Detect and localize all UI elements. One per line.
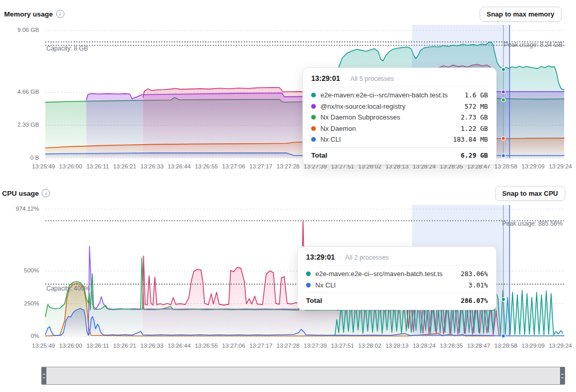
tooltip-row: e2e-maven:e2e-ci--src/maven-batch.test.t… bbox=[311, 90, 488, 101]
x-tick-label: 13:29:09 bbox=[521, 343, 545, 349]
hover-dot-icon bbox=[501, 67, 505, 71]
process-value: 183.84 MB bbox=[453, 135, 488, 143]
process-name: e2e-maven:e2e-ci--src/maven-batch.test.t… bbox=[320, 91, 460, 99]
x-tick-label: 13:26:33 bbox=[141, 163, 164, 169]
process-name: @nx/nx-source:local-registry bbox=[320, 103, 460, 110]
x-tick-label: 13:26:00 bbox=[59, 163, 82, 169]
process-name: Nx CLI bbox=[315, 281, 464, 289]
tooltip-row: Nx Daemon1.22 GB bbox=[311, 123, 488, 134]
y-tick-label: 4.66 GB bbox=[0, 89, 39, 95]
x-tick-label: 13:28:35 bbox=[440, 343, 463, 349]
tooltip-subtitle: All 2 processes bbox=[345, 254, 389, 261]
brush-right-handle-icon[interactable] bbox=[560, 367, 565, 384]
series-color-dot-icon bbox=[311, 104, 316, 109]
x-tick-label: 13:28:58 bbox=[495, 163, 518, 169]
y-tick-label: 2.33 GB bbox=[0, 122, 39, 128]
x-tick-label: 13:26:11 bbox=[87, 163, 109, 169]
x-tick-label: 13:28:02 bbox=[358, 343, 381, 349]
memory-peak-annotation: Peak usage: 8.24 GB bbox=[504, 41, 563, 48]
x-tick-label: 13:27:17 bbox=[249, 163, 273, 169]
series-color-dot-icon bbox=[306, 271, 311, 276]
total-label: Total bbox=[306, 297, 322, 304]
memory-section-title: Memory usage i bbox=[4, 10, 64, 18]
x-tick-label: 13:28:47 bbox=[467, 343, 490, 349]
cpu-peak-annotation: Peak usage: 885.56% bbox=[502, 220, 563, 227]
tooltip-time: 13:29:01 bbox=[306, 253, 335, 261]
process-value: 3.01% bbox=[468, 281, 488, 289]
x-tick-label: 13:28:58 bbox=[495, 343, 518, 349]
x-tick-label: 13:26:55 bbox=[195, 343, 218, 349]
y-tick-label: 0 B bbox=[0, 155, 39, 161]
process-name: e2e-maven:e2e-ci--src/maven-batch.test.t… bbox=[315, 270, 456, 278]
x-tick-label: 13:26:55 bbox=[195, 163, 218, 169]
x-tick-label: 13:29:09 bbox=[521, 163, 545, 169]
y-tick-label: 250% bbox=[0, 300, 39, 306]
total-label: Total bbox=[311, 151, 327, 159]
x-tick-label: 13:27:39 bbox=[304, 343, 327, 349]
x-tick-label: 13:26:11 bbox=[87, 343, 109, 349]
memory-tooltip-rows: e2e-maven:e2e-ci--src/maven-batch.test.t… bbox=[311, 87, 488, 145]
cpu-title-label: CPU usage bbox=[2, 190, 39, 197]
process-name: Nx Daemon bbox=[320, 125, 456, 132]
cpu-tooltip-header: 13:29:01 · All 2 processes bbox=[306, 251, 488, 266]
cpu-tooltip-rows: e2e-maven:e2e-ci--src/maven-batch.test.t… bbox=[306, 266, 488, 291]
cpu-section-title: CPU usage i bbox=[2, 189, 50, 197]
tooltip-time: 13:29:01 bbox=[311, 74, 340, 82]
x-tick-label: 13:27:28 bbox=[277, 343, 300, 349]
process-value: 572 MB bbox=[465, 103, 488, 110]
series-color-dot-icon bbox=[311, 115, 316, 120]
x-tick-label: 13:26:21 bbox=[113, 163, 137, 169]
x-tick-label: 13:27:28 bbox=[277, 163, 300, 169]
process-name: Nx CLI bbox=[320, 135, 448, 143]
process-value: 1.22 GB bbox=[461, 125, 488, 132]
tooltip-row: Nx CLI3.01% bbox=[306, 280, 488, 291]
y-tick-label: 500% bbox=[0, 267, 39, 274]
x-tick-label: 13:27:17 bbox=[249, 343, 273, 349]
cpu-tooltip: 13:29:01 · All 2 processes e2e-maven:e2e… bbox=[297, 246, 497, 310]
brush-left-handle-icon[interactable] bbox=[42, 367, 46, 384]
x-tick-label: 13:26:21 bbox=[113, 343, 137, 349]
x-tick-label: 13:26:44 bbox=[167, 343, 191, 349]
tooltip-row: Nx CLI183.84 MB bbox=[311, 134, 488, 145]
series-color-dot-icon bbox=[306, 283, 311, 287]
charts-canvas[interactable] bbox=[0, 0, 576, 392]
tooltip-subtitle: All 5 processes bbox=[350, 75, 394, 82]
hover-dot-icon bbox=[501, 98, 505, 101]
memory-tooltip-total: Total 6.29 GB bbox=[311, 147, 488, 159]
x-tick-label: 13:29:24 bbox=[549, 343, 572, 349]
y-tick-label: 0% bbox=[0, 333, 39, 339]
memory-tooltip-header: 13:29:01 · All 5 processes bbox=[311, 72, 488, 87]
x-tick-label: 13:28:24 bbox=[413, 343, 436, 349]
cpu-x-axis: 13:25:4913:26:0013:26:1113:26:2113:26:33… bbox=[32, 343, 572, 349]
snap-to-max-memory-button[interactable]: Snap to max memory bbox=[480, 7, 562, 22]
hover-dot-icon bbox=[501, 298, 505, 301]
cpu-capacity-annotation: Capacity: 400% bbox=[46, 285, 90, 292]
process-value: 1.6 GB bbox=[465, 91, 488, 99]
x-tick-label: 13:26:44 bbox=[167, 163, 191, 169]
y-tick-label: 974.12% bbox=[0, 206, 39, 212]
memory-capacity-annotation: Capacity: 8 GB bbox=[46, 45, 88, 52]
tooltip-row: Nx Daemon Subprocesses2.73 GB bbox=[311, 112, 488, 123]
info-icon[interactable]: i bbox=[42, 189, 50, 197]
x-tick-label: 13:29:24 bbox=[549, 163, 572, 169]
cpu-tooltip-total: Total 286.07% bbox=[306, 293, 488, 304]
y-tick-label: 9.06 GB bbox=[0, 27, 39, 33]
x-tick-label: 13:25:49 bbox=[32, 163, 55, 169]
time-range-brush[interactable] bbox=[41, 367, 565, 385]
series-color-dot-icon bbox=[311, 93, 316, 97]
memory-tooltip: 13:29:01 · All 5 processes e2e-maven:e2e… bbox=[302, 67, 497, 165]
x-tick-label: 13:25:49 bbox=[32, 343, 55, 349]
snap-to-max-cpu-button[interactable]: Snap to max CPU bbox=[495, 186, 565, 201]
series-color-dot-icon bbox=[311, 137, 316, 142]
x-tick-label: 13:27:51 bbox=[331, 343, 354, 349]
tooltip-row: @nx/nx-source:local-registry572 MB bbox=[311, 101, 488, 112]
task-profiler-page: { "memory": { "title": "Memory usage", "… bbox=[0, 0, 576, 392]
x-tick-label: 13:26:33 bbox=[141, 343, 164, 349]
process-name: Nx Daemon Subprocesses bbox=[320, 113, 456, 121]
dot-separator: · bbox=[339, 254, 341, 261]
total-value: 286.07% bbox=[461, 297, 488, 304]
memory-title-label: Memory usage bbox=[4, 10, 53, 18]
hover-dot-icon bbox=[501, 137, 505, 140]
series-color-dot-icon bbox=[311, 126, 316, 131]
info-icon[interactable]: i bbox=[56, 10, 64, 18]
